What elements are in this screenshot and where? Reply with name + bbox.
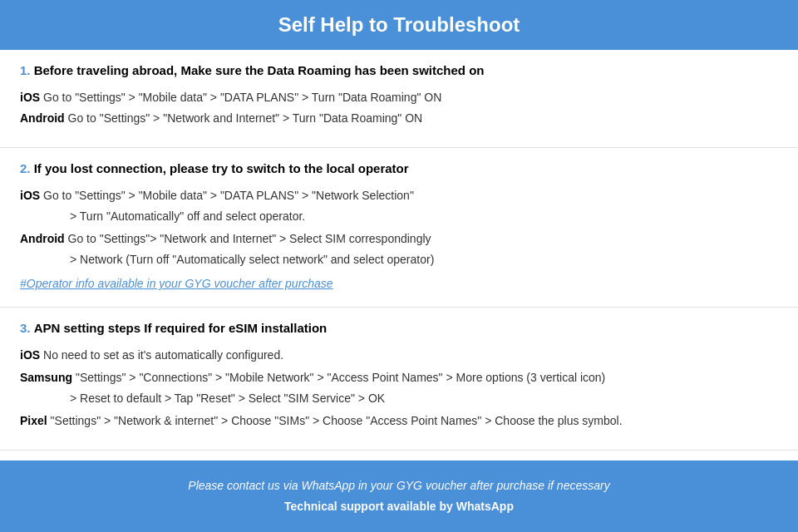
- section-2-ios-text: Go to "Settings" > "Mobile data" > "DATA…: [43, 189, 414, 202]
- section-1-ios-row: iOS Go to "Settings" > "Mobile data" > "…: [20, 89, 778, 106]
- footer-line2: Technical support available by WhatsApp: [17, 496, 781, 517]
- ios-label: iOS: [20, 91, 40, 104]
- section-2-number: 2.: [20, 161, 31, 175]
- section-1-number: 1.: [20, 63, 31, 77]
- page-header: Self Help to Troubleshoot: [0, 0, 798, 50]
- footer-line1: Please contact us via WhatsApp in your G…: [17, 475, 781, 496]
- section-3-title: 3. APN setting steps If required for eSI…: [20, 321, 778, 335]
- ios-label-2: iOS: [20, 189, 40, 202]
- section-3-title-text: APN setting steps If required for eSIM i…: [34, 321, 328, 335]
- section-3-samsung-row: Samsung "Settings" > "Connections" > "Mo…: [20, 369, 778, 387]
- samsung-label: Samsung: [20, 371, 72, 384]
- section-3-number: 3.: [20, 321, 31, 335]
- page-title: Self Help to Troubleshoot: [17, 13, 781, 37]
- section-2-title-text: If you lost connection, please try to sw…: [34, 161, 409, 175]
- section-1: 1. Before traveling abroad, Make sure th…: [0, 50, 798, 148]
- section-3-pixel-row: Pixel "Settings" > "Network & internet" …: [20, 412, 778, 430]
- section-3: 3. APN setting steps If required for eSI…: [0, 308, 798, 451]
- section-2-android-continuation: > Network (Turn off "Automatically selec…: [70, 251, 778, 268]
- section-2-title: 2. If you lost connection, please try to…: [20, 161, 778, 175]
- section-2-ios-row: iOS Go to "Settings" > "Mobile data" > "…: [20, 187, 778, 204]
- section-3-samsung-text: "Settings" > "Connections" > "Mobile Net…: [76, 371, 605, 384]
- main-content: 1. Before traveling abroad, Make sure th…: [0, 50, 798, 451]
- section-3-ios-row: iOS No need to set as it's automatically…: [20, 347, 778, 364]
- section-1-ios-text: Go to "Settings" > "Mobile data" > "DATA…: [43, 91, 441, 104]
- section-2-ios-continuation: > Turn "Automatically" off and select op…: [70, 208, 778, 225]
- page-footer: Please contact us via WhatsApp in your G…: [0, 461, 798, 532]
- section-1-android-row: Android Go to "Settings" > "Network and …: [20, 110, 778, 127]
- section-2-android-text: Go to "Settings"> "Network and Internet"…: [68, 232, 431, 245]
- ios-label-3: iOS: [20, 348, 40, 362]
- android-label: Android: [20, 111, 65, 125]
- section-3-ios-text: No need to set as it's automatically con…: [43, 348, 283, 362]
- section-1-android-text: Go to "Settings" > "Network and Internet…: [68, 111, 423, 125]
- section-3-pixel-text: "Settings" > "Network & internet" > Choo…: [51, 414, 623, 427]
- pixel-label: Pixel: [20, 414, 47, 427]
- section-1-title-text: Before traveling abroad, Make sure the D…: [34, 63, 485, 77]
- section-1-title: 1. Before traveling abroad, Make sure th…: [20, 63, 778, 77]
- voucher-link[interactable]: #Operator info available in your GYG vou…: [20, 277, 778, 290]
- section-2: 2. If you lost connection, please try to…: [0, 148, 798, 308]
- android-label-2: Android: [20, 232, 65, 245]
- section-3-samsung-continuation: > Reset to default > Tap "Reset" > Selec…: [70, 390, 778, 407]
- section-2-android-row: Android Go to "Settings"> "Network and I…: [20, 230, 778, 248]
